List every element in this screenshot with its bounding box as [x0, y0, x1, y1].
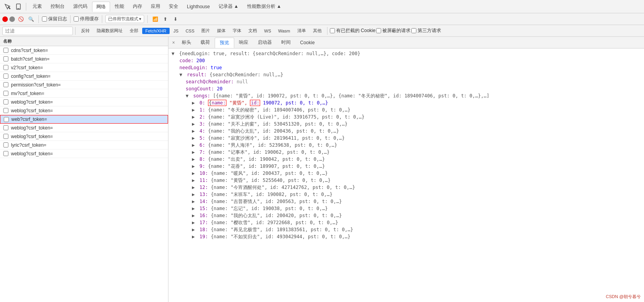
filter-hide-data-url[interactable]: 隐藏数据网址 [94, 27, 126, 34]
request-item[interactable]: v2?csrf_token= [0, 63, 168, 72]
json-songs-root[interactable]: ▼ songs: [{name: "黄昏", id: 190072, pst: … [168, 92, 644, 99]
blocked-requests-label[interactable]: 被屏蔽的请求 [376, 27, 411, 34]
song-19-arrow[interactable]: ▶ [192, 233, 197, 240]
tab-console[interactable]: 控制台 [47, 2, 69, 11]
disable-cache-checkbox[interactable] [74, 16, 79, 22]
tab-perf-insights[interactable]: 性能数据分析 ▲ [243, 2, 285, 11]
filter-manifest[interactable]: 清单 [294, 27, 309, 34]
song-6-arrow[interactable]: ▶ [192, 142, 197, 149]
song-11-arrow[interactable]: ▶ [192, 177, 197, 184]
device-icon[interactable] [13, 2, 24, 12]
json-root[interactable]: ▼ {needLogin: true, result: {searchQcRem… [168, 50, 644, 57]
root-arrow[interactable]: ▼ [172, 50, 176, 57]
filter-invert[interactable]: 反转 [78, 27, 93, 34]
request-checkbox-6[interactable] [3, 99, 9, 104]
songs-arrow[interactable]: ▼ [186, 92, 190, 99]
throttle-dropdown[interactable]: 已停用节流模式 ▾ [105, 15, 144, 23]
detail-tab-payload[interactable]: 载荷 [196, 38, 215, 47]
filter-js[interactable]: JS [170, 28, 182, 34]
request-checkbox-10[interactable] [3, 134, 9, 139]
filter-img[interactable]: 图片 [198, 27, 213, 34]
song-item-18[interactable]: ▶ 18: {name: "再见北极雪", id: 1891383561, ps… [168, 226, 644, 233]
song-item-11[interactable]: ▶ 11: {name: "黄昏", id: 5255640, pst: 0, … [168, 177, 644, 184]
disable-cache-label[interactable]: 停用缓存 [74, 16, 99, 22]
detail-tab-cookie[interactable]: Cookie [295, 38, 319, 47]
song-3-arrow[interactable]: ▶ [192, 120, 197, 128]
filter-input[interactable] [5, 28, 70, 34]
song-item-1[interactable]: ▶ 1: {name: "冬天的秘密", id: 1894007406, pst… [168, 106, 644, 113]
tab-elements[interactable]: 元素 [29, 2, 46, 11]
filter-ws[interactable]: WS [261, 28, 274, 34]
song-7-arrow[interactable]: ▶ [192, 149, 197, 156]
request-checkbox-4[interactable] [3, 82, 9, 87]
song-1-arrow[interactable]: ▶ [192, 106, 197, 113]
song-item-14[interactable]: ▶ 14: {name: "吉普赛情人", id: 200563, pst: 0… [168, 198, 644, 205]
tab-network[interactable]: 网络 [92, 2, 110, 12]
song-item-5[interactable]: ▶ 5: {name: "寂寞沙洲冷", id: 28196411, pst: … [168, 135, 644, 142]
song-18-arrow[interactable]: ▶ [192, 226, 197, 233]
song-item-16[interactable]: ▶ 16: {name: "我的心太乱", id: 200420, pst: 0… [168, 212, 644, 219]
preserve-log-checkbox[interactable] [42, 16, 47, 22]
song-9-arrow[interactable]: ▶ [192, 163, 197, 170]
close-detail-button[interactable]: × [170, 39, 177, 46]
record-button[interactable] [2, 16, 8, 22]
song-item-4[interactable]: ▶ 4: {name: "我的心太乱", id: 200436, pst: 0,… [168, 128, 644, 135]
download-icon[interactable]: ⬇ [171, 15, 180, 23]
song-13-arrow[interactable]: ▶ [192, 191, 197, 198]
detail-tab-initiator[interactable]: 启动器 [253, 38, 277, 47]
request-item[interactable]: web?csrf_token= [0, 115, 168, 124]
request-item[interactable]: permission?csrf_token= [0, 81, 168, 89]
song-16-arrow[interactable]: ▶ [192, 212, 197, 219]
song-12-arrow[interactable]: ▶ [192, 184, 197, 191]
song-item-12[interactable]: ▶ 12: {name: "今宵酒醒何处", id: 427142762, ps… [168, 184, 644, 191]
third-party-label[interactable]: 第三方请求 [411, 27, 441, 34]
song-item-13[interactable]: ▶ 13: {name: "末班车", id: 190082, pst: 0, … [168, 191, 644, 198]
request-item[interactable]: weblog?csrf_token= [0, 124, 168, 132]
search-button[interactable]: 🔍 [27, 15, 35, 23]
tab-lighthouse[interactable]: Lighthouse [183, 2, 214, 11]
song-14-arrow[interactable]: ▶ [192, 198, 197, 205]
song-17-arrow[interactable]: ▶ [192, 219, 197, 226]
song-8-arrow[interactable]: ▶ [192, 156, 197, 163]
filter-font[interactable]: 字体 [230, 27, 244, 34]
filter-fetch-xhr[interactable]: Fetch/XHR [142, 28, 170, 34]
tab-memory[interactable]: 内存 [129, 2, 146, 11]
request-checkbox-3[interactable] [3, 74, 9, 79]
detail-tab-headers[interactable]: 标头 [177, 38, 196, 47]
song-2-arrow[interactable]: ▶ [192, 113, 197, 120]
has-blocked-cookie-checkbox[interactable] [330, 28, 335, 33]
song-item-2[interactable]: ▶ 2: {name: "寂寞沙洲冷 (Live)", id: 33916775… [168, 113, 644, 120]
song-item-19[interactable]: ▶ 19: {name: "不如笑归去", id: 493042944, pst… [168, 233, 644, 240]
stop-button[interactable] [9, 16, 15, 22]
request-checkbox-0[interactable] [3, 48, 9, 53]
filter-other[interactable]: 其他 [310, 27, 325, 34]
song-item-8[interactable]: ▶ 8: {name: "出卖", id: 190042, pst: 0, t:… [168, 156, 644, 163]
request-item[interactable]: weblog?csrf_token= [0, 106, 168, 115]
detail-tab-preview[interactable]: 预览 [215, 38, 234, 48]
json-result[interactable]: ▼ result: {searchQcReminder: null,…} [168, 71, 644, 78]
third-party-checkbox[interactable] [411, 28, 416, 33]
filter-wasm[interactable]: Wasm [275, 28, 293, 34]
song-item-3[interactable]: ▶ 3: {name: "关不上的窗", id: 530451320, pst:… [168, 120, 644, 128]
request-checkbox-2[interactable] [3, 65, 9, 70]
song-item-0[interactable]: ▶ 0: {name: "黄昏", id: 190072, pst: 0, t:… [168, 99, 644, 106]
song-item-17[interactable]: ▶ 17: {name: "樱吹雪", id: 29722668, pst: 0… [168, 219, 644, 226]
request-checkbox-9[interactable] [3, 125, 9, 130]
song-15-arrow[interactable]: ▶ [192, 205, 197, 212]
detail-tab-response[interactable]: 响应 [234, 38, 253, 47]
song-item-10[interactable]: ▶ 10: {name: "暖风", id: 200437, pst: 0, t… [168, 170, 644, 177]
result-arrow[interactable]: ▼ [179, 71, 184, 78]
song-5-arrow[interactable]: ▶ [192, 135, 197, 142]
clear-button[interactable]: 🚫 [16, 15, 25, 23]
filter-doc[interactable]: 文档 [245, 27, 260, 34]
filter-media[interactable]: 媒体 [214, 27, 229, 34]
tab-sources[interactable]: 源代码 [69, 2, 91, 11]
request-item[interactable]: cdns?csrf_token= [0, 46, 168, 55]
request-checkbox-7[interactable] [3, 108, 9, 113]
song-10-arrow[interactable]: ▶ [192, 170, 197, 177]
wifi-icon[interactable]: 📶 [151, 15, 159, 23]
tab-application[interactable]: 应用 [147, 2, 164, 11]
song-0-arrow[interactable]: ▶ [192, 99, 197, 106]
has-blocked-cookie-label[interactable]: 有已拦截的 Cookie [330, 27, 376, 34]
request-item[interactable]: batch?csrf_token= [0, 55, 168, 63]
